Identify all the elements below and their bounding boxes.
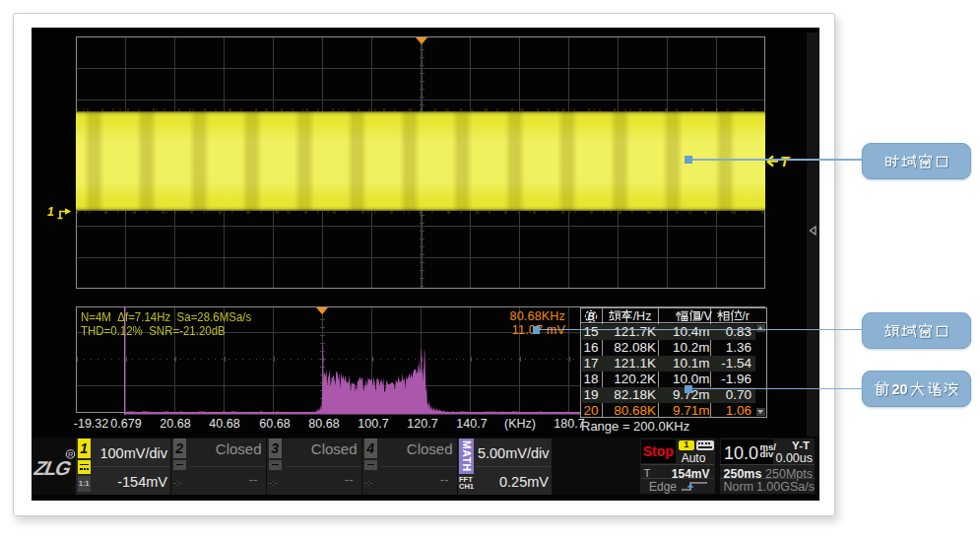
svg-text:B: B (587, 310, 594, 321)
